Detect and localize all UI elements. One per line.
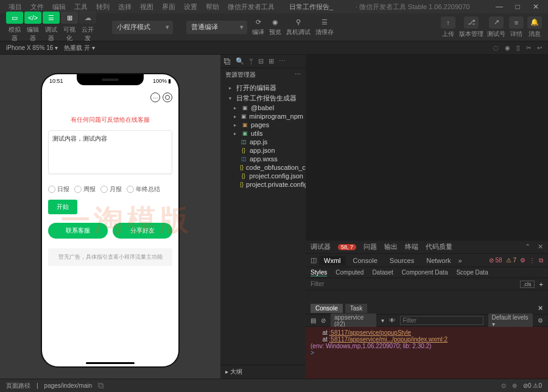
file-app-json[interactable]: {}app.json — [220, 146, 306, 155]
radio-monthly[interactable]: 月报 — [100, 185, 122, 194]
console-link[interactable]: :58117/appservice/mi.../popup/index.wxml… — [329, 336, 448, 343]
menu-wechat-devtools[interactable]: 微信开发者工具 — [224, 1, 278, 13]
explorer-tab-debug-icon[interactable]: ⊟ — [258, 57, 264, 65]
mp-close-button[interactable] — [163, 93, 172, 102]
debugger-button[interactable]: ☰ — [43, 12, 60, 24]
console-close-icon[interactable]: ✕ — [538, 304, 543, 312]
simulator-button[interactable]: ▭ — [6, 12, 23, 24]
test-account-button[interactable]: ↗测试号 — [487, 16, 505, 38]
tab-network[interactable]: Network — [421, 256, 455, 265]
mp-menu-button[interactable]: ••• — [150, 93, 160, 102]
devtools-collapse-icon[interactable]: ⌃ — [525, 243, 530, 251]
menu-settings[interactable]: 设置 — [180, 1, 201, 13]
console-clear-icon[interactable]: ⊘ — [321, 317, 326, 324]
menu-select[interactable]: 选择 — [114, 1, 135, 13]
menu-view[interactable]: 视图 — [136, 1, 157, 13]
console-subtab[interactable]: Console — [311, 304, 343, 313]
compile-select[interactable]: 普通编译 — [186, 21, 247, 34]
menu-edit[interactable]: 编辑 — [49, 1, 69, 13]
project-root[interactable]: ▾日常工作报告生成器 — [220, 93, 306, 103]
radio-yearly[interactable]: 年终总结 — [127, 185, 160, 194]
menu-goto[interactable]: 转到 — [93, 1, 113, 13]
tab-problems[interactable]: 问题 — [364, 242, 377, 251]
dock-icon[interactable]: ⧉ — [539, 257, 543, 264]
compile-button[interactable]: ⟳编译 — [252, 18, 264, 37]
file-project-private-config[interactable]: {}project.private.config.js... — [220, 180, 306, 189]
folder-miniprogram-npm[interactable]: ▸▣miniprogram_npm — [220, 112, 306, 121]
explorer-tab-more-icon[interactable]: ⋯ — [279, 57, 286, 65]
styles-tab[interactable]: Styles — [311, 269, 327, 276]
editor-button[interactable]: </> — [24, 12, 41, 24]
console-filter-input[interactable] — [400, 316, 483, 325]
file-app-wxss[interactable]: ◫app.wxss — [220, 155, 306, 163]
footer-icon-2[interactable]: ⊕ — [512, 382, 517, 389]
radio-daily[interactable]: 日报 — [48, 185, 69, 194]
component-data-tab[interactable]: Component Data — [402, 269, 448, 276]
device-select[interactable]: iPhone X 85% 16 ▾ — [6, 44, 58, 51]
problem-counts[interactable]: ⊘0 ⚠0 — [523, 382, 542, 389]
console-sidebar-icon[interactable]: ▤ — [311, 317, 316, 324]
outline-section[interactable]: ▸ 大纲 — [220, 365, 306, 379]
back-icon[interactable]: ↩ — [537, 44, 542, 51]
console-prompt[interactable]: > — [311, 349, 543, 356]
warn-count[interactable]: ⚠ 7 — [506, 257, 516, 264]
folder-pages[interactable]: ▸▣pages — [220, 121, 306, 129]
cls-toggle[interactable]: .cls — [520, 281, 535, 288]
eye-icon[interactable]: 👁 — [389, 317, 395, 324]
remote-debug-button[interactable]: ⚲真机调试 — [286, 18, 311, 37]
menu-help[interactable]: 帮助 — [202, 1, 223, 13]
share-friend-button[interactable]: 分享好友 — [113, 223, 172, 239]
explorer-tab-git-icon[interactable]: ᛘ — [249, 58, 253, 65]
cut-icon[interactable]: ✂ — [526, 44, 531, 51]
console-settings-icon[interactable]: ⚙ — [538, 317, 543, 324]
record-icon[interactable]: ◉ — [505, 44, 510, 51]
settings-icon[interactable]: ⚙ — [520, 257, 525, 264]
menu-interface[interactable]: 界面 — [158, 1, 179, 13]
kebab-icon[interactable]: ⋮ — [529, 257, 535, 264]
radio-weekly[interactable]: 周报 — [74, 185, 96, 194]
computed-tab[interactable]: Computed — [335, 269, 364, 276]
visual-button[interactable]: ⊞ — [61, 12, 78, 24]
tab-debugger[interactable]: 调试器 — [311, 242, 331, 251]
mobile-icon[interactable]: ▯ — [516, 44, 520, 51]
start-button[interactable]: 开始 — [48, 200, 77, 214]
minimize-button[interactable]: — — [492, 2, 507, 11]
messages-button[interactable]: 🔔消息 — [527, 16, 542, 38]
upload-button[interactable]: ↑上传 — [441, 16, 455, 38]
close-button[interactable]: ✕ — [529, 2, 543, 11]
mute-icon[interactable]: ◌ — [493, 44, 499, 51]
styles-filter-input[interactable] — [311, 281, 515, 287]
devtools-close-icon[interactable]: ✕ — [538, 243, 543, 251]
tab-output[interactable]: 输出 — [384, 242, 398, 251]
tab-sources[interactable]: Sources — [385, 256, 419, 265]
tab-code-quality[interactable]: 代码质量 — [426, 242, 452, 251]
mode-select[interactable]: 小程序模式 — [112, 21, 173, 34]
page-path[interactable]: pages/index/main — [44, 382, 92, 389]
hot-reload-toggle[interactable]: 热重载 开 ▾ — [64, 44, 95, 52]
file-project-config[interactable]: {}project.config.json — [220, 172, 306, 180]
tab-terminal[interactable]: 终端 — [405, 242, 418, 251]
tab-console[interactable]: Console — [348, 256, 382, 265]
menu-file[interactable]: 文件 — [27, 1, 47, 13]
levels-select[interactable]: Default levels ▾ — [488, 313, 533, 328]
task-subtab[interactable]: Task — [345, 304, 368, 313]
tab-wxml[interactable]: Wxml — [319, 256, 346, 265]
contact-service-button[interactable]: 联系客服 — [48, 223, 108, 239]
file-code-obfuscation[interactable]: {}code_obfuscation_conf... — [220, 163, 306, 172]
scope-data-tab[interactable]: Scope Data — [456, 269, 488, 276]
maximize-button[interactable]: □ — [510, 2, 525, 11]
console-link[interactable]: :58117/appservice/popupStyle — [329, 329, 412, 336]
folder-babel[interactable]: ▸▣@babel — [220, 103, 306, 112]
content-textarea[interactable]: 测试内容，测试内容 — [48, 130, 172, 174]
cloud-button[interactable]: ☁ — [79, 12, 96, 24]
file-app-js[interactable]: ◫app.js — [220, 138, 306, 146]
error-count[interactable]: ⊘ 58 — [489, 257, 502, 264]
context-select[interactable]: appservice (#2) — [331, 313, 376, 328]
menu-tool[interactable]: 工具 — [71, 1, 91, 13]
details-button[interactable]: ≡详情 — [509, 16, 524, 38]
footer-icon-1[interactable]: ⊙ — [501, 382, 506, 389]
copy-path-icon[interactable]: ⿻ — [98, 382, 104, 389]
explorer-tab-ext-icon[interactable]: ⊞ — [269, 57, 274, 65]
explorer-tab-search-icon[interactable]: 🔍 — [236, 57, 244, 65]
version-button[interactable]: ⎇版本管理 — [459, 16, 483, 38]
